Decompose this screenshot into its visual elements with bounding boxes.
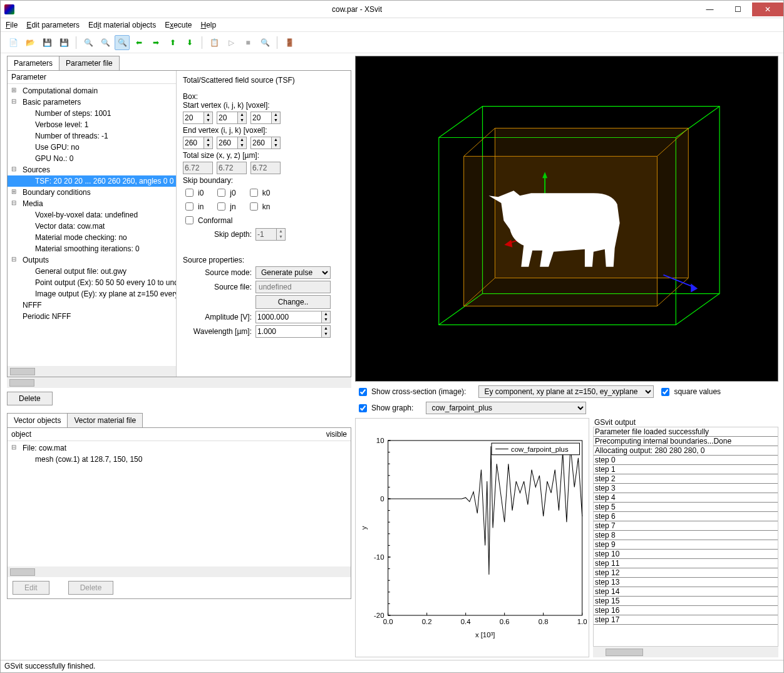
source-mode-select[interactable]: Generate pulse bbox=[255, 266, 331, 279]
stop-icon[interactable]: ■ bbox=[240, 35, 255, 50]
tree-leaf[interactable]: Number of threads: -1 bbox=[8, 130, 176, 142]
tab-vector-objects[interactable]: Vector objects bbox=[7, 413, 68, 427]
source-file-field bbox=[255, 281, 331, 293]
tree-leaf[interactable]: Point output (Ex): 50 50 50 every 10 to … bbox=[8, 277, 176, 288]
end-k[interactable]: ▲▼ bbox=[250, 137, 281, 149]
save-icon[interactable]: 💾 bbox=[39, 35, 54, 50]
chk-i0[interactable]: i0 bbox=[183, 187, 204, 199]
tab-parameter-file[interactable]: Parameter file bbox=[59, 56, 120, 70]
tree-outputs[interactable]: Outputs bbox=[8, 254, 176, 266]
log-line: step 3 bbox=[594, 484, 778, 493]
tree-hscroll[interactable] bbox=[8, 366, 176, 377]
3d-viewport[interactable] bbox=[355, 56, 778, 382]
log-line: step 6 bbox=[594, 512, 778, 521]
graph-select[interactable]: cow_farpoint_plus bbox=[426, 402, 586, 414]
tree-nfff[interactable]: NFFF bbox=[8, 300, 176, 311]
zoom-out-icon[interactable]: 🔍 bbox=[81, 35, 96, 50]
new-icon[interactable]: 📄 bbox=[6, 35, 21, 50]
chk-k0[interactable]: k0 bbox=[247, 187, 271, 199]
graph-plot[interactable]: -20-100100.00.20.40.60.81.0yx [10³]cow_f… bbox=[355, 418, 589, 657]
delete-param-button[interactable]: Delete bbox=[7, 392, 53, 405]
delete-object-button[interactable]: Delete bbox=[68, 581, 114, 595]
end-j[interactable]: ▲▼ bbox=[217, 137, 247, 149]
end-i[interactable]: ▲▼ bbox=[183, 137, 213, 149]
tree-leaf[interactable]: Material smoothing iterations: 0 bbox=[8, 243, 176, 254]
tree-sources[interactable]: Sources bbox=[8, 164, 176, 175]
tree-leaf[interactable]: General output file: out.gwy bbox=[8, 266, 176, 277]
arrow-up-icon[interactable]: ⬆ bbox=[165, 35, 180, 50]
tree-leaf[interactable]: GPU No.: 0 bbox=[8, 153, 176, 164]
chk-cross-section[interactable]: Show cross-section (image): bbox=[356, 386, 466, 398]
zoom-fit-icon[interactable]: 🔍 bbox=[115, 35, 130, 50]
vec-mesh[interactable]: mesh (cow.1) at 128.7, 150, 150 bbox=[8, 454, 351, 465]
amplitude-field[interactable]: ▲▼ bbox=[255, 311, 331, 323]
save-as-icon[interactable]: 💾 bbox=[56, 35, 71, 50]
start-k[interactable]: ▲▼ bbox=[250, 112, 281, 124]
log-hscroll[interactable] bbox=[593, 647, 778, 657]
open-icon[interactable]: 📂 bbox=[23, 35, 38, 50]
tree-media[interactable]: Media bbox=[8, 198, 176, 209]
vec-file[interactable]: File: cow.mat bbox=[8, 442, 351, 454]
log-line: step 9 bbox=[594, 540, 778, 550]
status-bar: GSvit successfully finished. bbox=[1, 660, 783, 672]
menu-help[interactable]: Help bbox=[201, 21, 217, 29]
skip-depth: ▲▼ bbox=[255, 228, 286, 241]
tree-leaf[interactable]: Verbose level: 1 bbox=[8, 119, 176, 130]
wavelength-field[interactable]: ▲▼ bbox=[255, 325, 331, 338]
edit-object-button[interactable]: Edit bbox=[13, 581, 49, 595]
tree-comp-domain[interactable]: Computational domain bbox=[8, 85, 176, 97]
tree-leaf[interactable]: Material mode checking: no bbox=[8, 232, 176, 243]
start-j[interactable]: ▲▼ bbox=[217, 112, 247, 124]
form-hscroll[interactable] bbox=[7, 377, 351, 388]
menu-edit-materials[interactable]: Edit material objects bbox=[88, 21, 156, 29]
svg-text:0: 0 bbox=[380, 495, 384, 503]
chk-square-values[interactable]: square values bbox=[659, 386, 721, 398]
chk-conformal[interactable]: Conformal bbox=[183, 214, 232, 226]
menu-edit-params[interactable]: Edit parameters bbox=[26, 21, 80, 29]
minimize-button[interactable]: — bbox=[696, 3, 724, 16]
svg-text:0.4: 0.4 bbox=[461, 618, 471, 625]
tree-leaf[interactable]: Vector data: cow.mat bbox=[8, 221, 176, 232]
start-i[interactable]: ▲▼ bbox=[183, 112, 213, 124]
tree-leaf[interactable]: Image output (Ey): xy plane at z=150 eve… bbox=[8, 288, 176, 300]
arrow-down-icon[interactable]: ⬇ bbox=[182, 35, 197, 50]
log-line: step 2 bbox=[594, 474, 778, 484]
close-button[interactable]: ✕ bbox=[752, 3, 783, 16]
chk-in[interactable]: in bbox=[183, 201, 204, 212]
parameter-tree[interactable]: Computational domain Basic parameters Nu… bbox=[8, 84, 176, 366]
log-list[interactable]: Parameter file loaded successfullyPrecom… bbox=[593, 427, 778, 647]
arrow-right-icon[interactable]: ➡ bbox=[148, 35, 163, 50]
chk-kn[interactable]: kn bbox=[247, 201, 271, 212]
cross-section-select[interactable]: Ey component, xy plane at z=150, ey_xypl… bbox=[478, 385, 654, 398]
menu-execute[interactable]: Execute bbox=[165, 21, 192, 29]
maximize-button[interactable]: ☐ bbox=[724, 3, 752, 16]
settings-icon[interactable]: 📋 bbox=[207, 35, 222, 50]
tree-boundary[interactable]: Boundary conditions bbox=[8, 187, 176, 198]
play-icon[interactable]: ▷ bbox=[224, 35, 239, 50]
menu-file[interactable]: File bbox=[6, 21, 18, 29]
svg-line-5 bbox=[676, 294, 720, 325]
tree-leaf[interactable]: Voxel-by-voxel data: undefined bbox=[8, 209, 176, 221]
zoom-in-icon[interactable]: 🔍 bbox=[98, 35, 113, 50]
app-icon bbox=[4, 4, 14, 14]
chk-show-graph[interactable]: Show graph: bbox=[356, 402, 413, 414]
tree-leaf[interactable]: Number of steps: 1001 bbox=[8, 108, 176, 119]
exit-icon[interactable]: 🚪 bbox=[282, 35, 297, 50]
tab-parameters[interactable]: Parameters bbox=[7, 56, 59, 70]
change-button[interactable]: Change.. bbox=[255, 295, 331, 309]
tab-vector-file[interactable]: Vector material file bbox=[67, 413, 143, 427]
tree-pnfff[interactable]: Periodic NFFF bbox=[8, 311, 176, 322]
vec-hscroll[interactable] bbox=[8, 566, 351, 577]
svg-marker-17 bbox=[691, 284, 698, 293]
vec-col-visible: visible bbox=[326, 430, 347, 439]
log-line: step 0 bbox=[594, 456, 778, 465]
arrow-left-icon[interactable]: ⬅ bbox=[132, 35, 147, 50]
tree-basic[interactable]: Basic parameters bbox=[8, 97, 176, 108]
inspect-icon[interactable]: 🔍 bbox=[257, 35, 272, 50]
chk-jn[interactable]: jn bbox=[215, 201, 235, 212]
svg-text:-10: -10 bbox=[374, 553, 384, 561]
total-size-label: Total size (x, y, z) [µm]: bbox=[183, 151, 344, 160]
tree-leaf[interactable]: Use GPU: no bbox=[8, 142, 176, 153]
tree-tsf-selected[interactable]: TSF: 20 20 20 ... 260 260 260, angles 0 … bbox=[8, 175, 176, 187]
chk-j0[interactable]: j0 bbox=[215, 187, 235, 199]
